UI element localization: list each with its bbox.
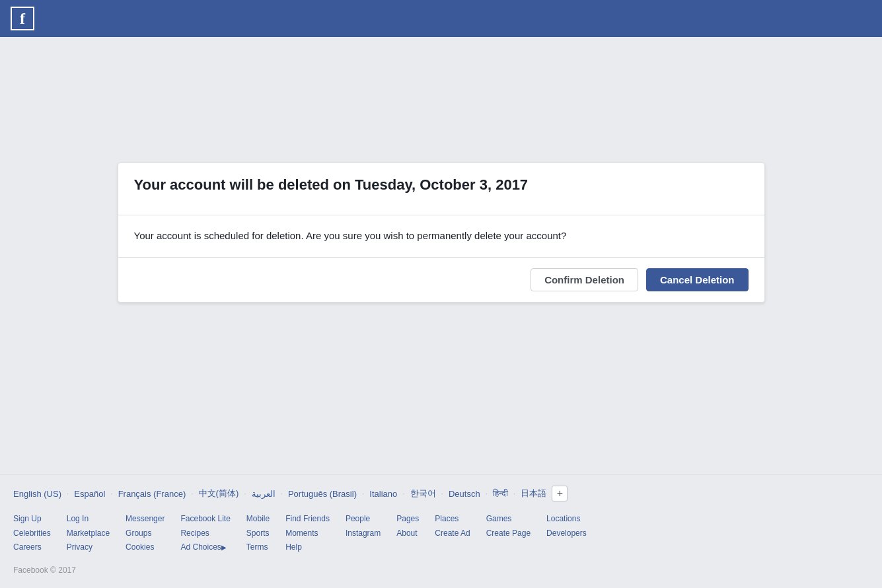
footer-col-8: PlacesCreate Ad bbox=[435, 512, 470, 555]
language-bar: English (US)·Español·Français (France)·中… bbox=[13, 486, 869, 501]
language-link-6[interactable]: Italiano bbox=[369, 489, 397, 499]
footer-link-3-2[interactable]: Ad Choices▶ bbox=[180, 540, 230, 555]
language-link-4[interactable]: العربية bbox=[252, 489, 276, 499]
footer-col-6: PeopleInstagram bbox=[346, 512, 381, 555]
dialog-actions: Confirm Deletion Cancel Deletion bbox=[118, 258, 764, 302]
footer-link-6-0[interactable]: People bbox=[346, 512, 381, 527]
facebook-logo[interactable]: f bbox=[11, 7, 34, 30]
footer-link-9-0[interactable]: Games bbox=[486, 512, 531, 527]
footer-link-9-1[interactable]: Create Page bbox=[486, 527, 531, 541]
copyright: Facebook © 2017 bbox=[13, 566, 869, 575]
footer-link-8-1[interactable]: Create Ad bbox=[435, 527, 470, 541]
dialog-title-section: Your account will be deleted on Tuesday,… bbox=[118, 163, 764, 215]
footer-link-6-1[interactable]: Instagram bbox=[346, 527, 381, 541]
footer-link-3-0[interactable]: Facebook Lite bbox=[180, 512, 230, 527]
footer-col-9: GamesCreate Page bbox=[486, 512, 531, 555]
footer-link-5-1[interactable]: Moments bbox=[285, 527, 330, 541]
account-deletion-dialog: Your account will be deleted on Tuesday,… bbox=[118, 163, 765, 303]
footer-links: Sign UpCelebritiesCareersLog InMarketpla… bbox=[13, 512, 869, 558]
footer-link-10-1[interactable]: Developers bbox=[546, 527, 587, 541]
footer-col-7: PagesAbout bbox=[396, 512, 419, 555]
footer-link-2-1[interactable]: Groups bbox=[126, 527, 165, 541]
language-plus-button[interactable]: + bbox=[552, 486, 568, 501]
footer-link-5-2[interactable]: Help bbox=[285, 540, 330, 555]
footer-col-5: Find FriendsMomentsHelp bbox=[285, 512, 330, 555]
confirm-deletion-button[interactable]: Confirm Deletion bbox=[531, 268, 638, 291]
footer-col-0: Sign UpCelebritiesCareers bbox=[13, 512, 51, 555]
footer-link-4-1[interactable]: Sports bbox=[246, 527, 270, 541]
footer-col-1: Log InMarketplacePrivacy bbox=[67, 512, 110, 555]
footer-link-7-1[interactable]: About bbox=[396, 527, 419, 541]
language-link-3[interactable]: 中文(简体) bbox=[199, 488, 239, 499]
footer-link-0-0[interactable]: Sign Up bbox=[13, 512, 51, 527]
footer-link-7-0[interactable]: Pages bbox=[396, 512, 419, 527]
language-link-8[interactable]: Deutsch bbox=[449, 489, 480, 499]
footer: English (US)·Español·Français (France)·中… bbox=[0, 474, 882, 588]
header: f bbox=[0, 0, 882, 37]
language-link-1[interactable]: Español bbox=[74, 489, 105, 499]
language-link-7[interactable]: 한국어 bbox=[410, 488, 436, 499]
footer-link-2-2[interactable]: Cookies bbox=[126, 540, 165, 555]
dialog-message: Your account is scheduled for deletion. … bbox=[134, 229, 749, 244]
language-link-0[interactable]: English (US) bbox=[13, 489, 61, 499]
footer-link-1-0[interactable]: Log In bbox=[67, 512, 110, 527]
footer-col-3: Facebook LiteRecipesAd Choices▶ bbox=[180, 512, 230, 555]
footer-link-4-0[interactable]: Mobile bbox=[246, 512, 270, 527]
footer-col-2: MessengerGroupsCookies bbox=[126, 512, 165, 555]
dialog-title: Your account will be deleted on Tuesday,… bbox=[134, 176, 749, 194]
main-content: Your account will be deleted on Tuesday,… bbox=[0, 123, 882, 422]
footer-link-5-0[interactable]: Find Friends bbox=[285, 512, 330, 527]
footer-link-3-1[interactable]: Recipes bbox=[180, 527, 230, 541]
dialog-body: Your account is scheduled for deletion. … bbox=[118, 215, 764, 257]
footer-link-8-0[interactable]: Places bbox=[435, 512, 470, 527]
footer-col-10: LocationsDevelopers bbox=[546, 512, 587, 555]
language-link-9[interactable]: हिन्दी bbox=[493, 488, 508, 499]
language-link-5[interactable]: Português (Brasil) bbox=[288, 489, 357, 499]
footer-link-1-1[interactable]: Marketplace bbox=[67, 527, 110, 541]
footer-link-2-0[interactable]: Messenger bbox=[126, 512, 165, 527]
main-spacer-top bbox=[0, 37, 882, 123]
footer-link-10-0[interactable]: Locations bbox=[546, 512, 587, 527]
footer-link-0-2[interactable]: Careers bbox=[13, 540, 51, 555]
footer-col-4: MobileSportsTerms bbox=[246, 512, 270, 555]
ad-choices-icon: ▶ bbox=[221, 544, 227, 551]
cancel-deletion-button[interactable]: Cancel Deletion bbox=[646, 268, 749, 291]
main-spacer-bottom bbox=[0, 422, 882, 474]
language-link-10[interactable]: 日本語 bbox=[521, 488, 546, 499]
footer-link-0-1[interactable]: Celebrities bbox=[13, 527, 51, 541]
language-link-2[interactable]: Français (France) bbox=[118, 489, 186, 499]
footer-link-1-2[interactable]: Privacy bbox=[67, 540, 110, 555]
footer-link-4-2[interactable]: Terms bbox=[246, 540, 270, 555]
